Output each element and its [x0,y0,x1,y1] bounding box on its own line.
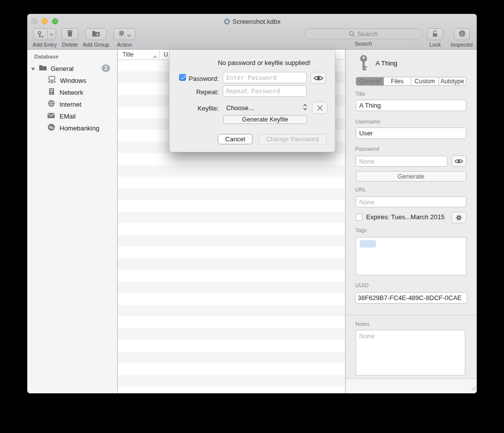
url-field-label: URL [355,186,366,192]
add-entry-dropdown-arrow-icon[interactable] [47,29,56,40]
search-toolbar-item: Search Search [304,28,423,47]
title-field-label: Title [355,91,365,97]
add-group-button[interactable] [85,28,107,40]
close-icon [317,105,323,111]
inspector-toolbar-item: i Inspector [448,28,476,48]
column-header-title[interactable]: Title [123,51,133,58]
key-icon [358,55,369,73]
password-field[interactable] [356,156,447,167]
entry-count-badge: 2 [102,64,110,72]
action-button[interactable] [114,28,135,40]
sidebar-item-network[interactable]: Network [27,86,117,98]
inspector-footer [346,378,477,393]
keyfile-popup-value: Choose… [223,104,255,112]
delete-button[interactable] [62,28,78,40]
url-field[interactable] [356,196,466,207]
sidebar-item-general[interactable]: General 2 [27,62,117,74]
username-field[interactable] [356,127,466,139]
show-password-button[interactable] [311,72,326,84]
password-label: Password: [187,75,219,82]
window-title: Screenshot.kdbx [233,18,281,25]
tab-general[interactable]: General [356,77,384,85]
expires-settings-button[interactable] [451,212,466,223]
enter-password-input[interactable] [223,72,307,83]
sidebar-item-internet[interactable]: Internet [27,98,117,110]
search-input[interactable]: Search [304,28,423,39]
folder-icon [39,64,47,72]
expires-checkbox[interactable] [356,214,363,221]
keyfile-label: Keyfile: [180,105,219,112]
column-divider[interactable] [159,51,160,59]
clear-keyfile-button[interactable] [312,102,327,114]
title-field[interactable] [356,100,466,111]
sidebar-item-label: Network [60,89,83,96]
repeat-label: Repeat: [187,88,219,96]
inspector-panel: A Thing General Files Custom Autotype Ti… [345,50,477,393]
add-entry-label: Add Entry [33,42,57,48]
lock-label: Lock [429,42,441,48]
column-header-username[interactable]: U [164,51,168,58]
stepper-icon [303,104,307,112]
repeat-password-input[interactable] [223,85,307,97]
sidebar-item-label: Internet [60,101,81,108]
username-field-label: Username [355,119,380,124]
gear-icon [455,214,462,221]
expires-row: Expires: Tues...March 2015 [356,213,444,221]
keyfile-popup[interactable]: Choose… [223,102,307,114]
notes-field[interactable] [356,330,465,375]
folder-plus-icon [92,30,100,39]
sidebar-item-windows[interactable]: Windows [27,74,117,86]
document-proxy-icon [224,18,230,25]
lock-button[interactable] [427,28,443,40]
uuid-label: UUID [355,282,369,288]
password-checkbox[interactable] [179,74,186,81]
eye-icon [314,75,323,81]
lock-toolbar-item: Lock [424,28,446,48]
disclosure-triangle-icon[interactable] [31,65,35,72]
sort-ascending-icon [153,53,157,60]
sidebar-item-label: Homebanking [60,124,99,132]
sidebar: Database General 2 Windows Network Inter… [27,50,118,393]
generate-keyfile-button[interactable]: Generate Keyfile [223,115,307,124]
sidebar-section-header: Database [34,54,59,60]
cancel-button[interactable]: Cancel [218,134,252,144]
svg-text:i: i [461,31,463,36]
sidebar-item-email[interactable]: EMail [27,110,117,122]
tab-files[interactable]: Files [384,77,412,85]
password-field-label: Password [355,146,379,152]
inspector-button[interactable]: i [454,28,470,40]
notes-label: Notes [355,321,370,327]
action-toolbar-item: Action [113,28,136,48]
tab-autotype[interactable]: Autotype [439,77,466,85]
sidebar-item-label: General [51,65,73,72]
sidebar-item-homebanking[interactable]: % Homebanking [27,122,117,134]
uuid-field[interactable] [355,292,467,304]
expires-label: Expires: Tues...March 2015 [366,213,444,221]
search-icon [349,31,355,37]
tag-pill[interactable] [360,240,376,247]
add-entry-toolbar-item: Add Entry [31,28,58,48]
add-entry-button[interactable] [33,28,56,40]
svg-text:%: % [49,124,54,130]
entry-title: A Thing [376,60,397,67]
windows-icon [48,76,56,85]
reveal-password-button[interactable] [451,155,466,167]
tags-box[interactable] [356,237,466,275]
envelope-icon [47,113,55,120]
globe-icon [48,100,55,109]
inspector-label: Inspector [450,42,473,48]
window-title-bar: Screenshot.kdbx [27,17,477,25]
tags-label: Tags [355,227,367,233]
app-window: Screenshot.kdbx Add Entry Delete Add Gro… [27,14,477,393]
sidebar-item-label: EMail [60,113,76,120]
add-group-toolbar-item: Add Group [80,28,112,48]
change-password-dialog: No password or keyfile supplied! Passwor… [169,50,335,152]
server-icon [49,88,55,97]
search-label: Search [355,41,372,47]
tab-custom[interactable]: Custom [411,77,439,85]
resize-grip[interactable] [471,383,476,392]
generate-password-button[interactable]: Generate [356,171,466,182]
change-password-button[interactable]: Change Password [258,134,326,144]
inspector-tabs: General Files Custom Autotype [356,77,466,86]
search-placeholder: Search [357,30,378,38]
